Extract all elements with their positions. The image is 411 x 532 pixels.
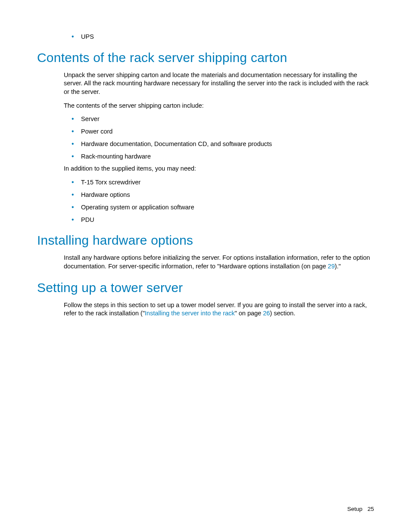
list-item: Power cord bbox=[64, 128, 374, 136]
body-text: The contents of the server shipping cart… bbox=[64, 102, 374, 110]
body-text: Unpack the server shipping carton and lo… bbox=[64, 71, 374, 96]
page-link[interactable]: 29 bbox=[328, 263, 335, 270]
heading-contents: Contents of the rack server shipping car… bbox=[37, 50, 374, 65]
contents-list: Server Power cord Hardware documentation… bbox=[64, 115, 374, 160]
text-span: )." bbox=[335, 263, 341, 270]
list-item: Server bbox=[64, 115, 374, 123]
list-item: T-15 Torx screwdriver bbox=[64, 178, 374, 187]
document-page: UPS Contents of the rack server shipping… bbox=[0, 0, 411, 318]
additional-list: T-15 Torx screwdriver Hardware options O… bbox=[64, 178, 374, 224]
top-bullet-list: UPS bbox=[64, 33, 374, 41]
text-span: " on page bbox=[235, 310, 263, 317]
heading-installing: Installing hardware options bbox=[37, 233, 374, 248]
text-span: ) section. bbox=[270, 310, 296, 317]
body-text: In addition to the supplied items, you m… bbox=[64, 165, 374, 173]
list-item: UPS bbox=[64, 33, 374, 41]
text-span: Install any hardware options before init… bbox=[64, 254, 370, 270]
cross-reference-link[interactable]: Installing the server into the rack bbox=[145, 310, 235, 317]
body-text: Install any hardware options before init… bbox=[64, 254, 374, 271]
list-item: Rack-mounting hardware bbox=[64, 152, 374, 161]
list-item: PDU bbox=[64, 216, 374, 224]
page-number: 25 bbox=[367, 506, 374, 512]
list-item: Operating system or application software bbox=[64, 203, 374, 212]
body-text: Follow the steps in this section to set … bbox=[64, 301, 374, 318]
list-item: Hardware documentation, Documentation CD… bbox=[64, 140, 374, 148]
page-link[interactable]: 26 bbox=[263, 310, 270, 317]
list-item: Hardware options bbox=[64, 191, 374, 199]
heading-setting-up: Setting up a tower server bbox=[37, 280, 374, 295]
page-footer: Setup 25 bbox=[347, 506, 374, 512]
footer-section-label: Setup bbox=[347, 506, 362, 512]
